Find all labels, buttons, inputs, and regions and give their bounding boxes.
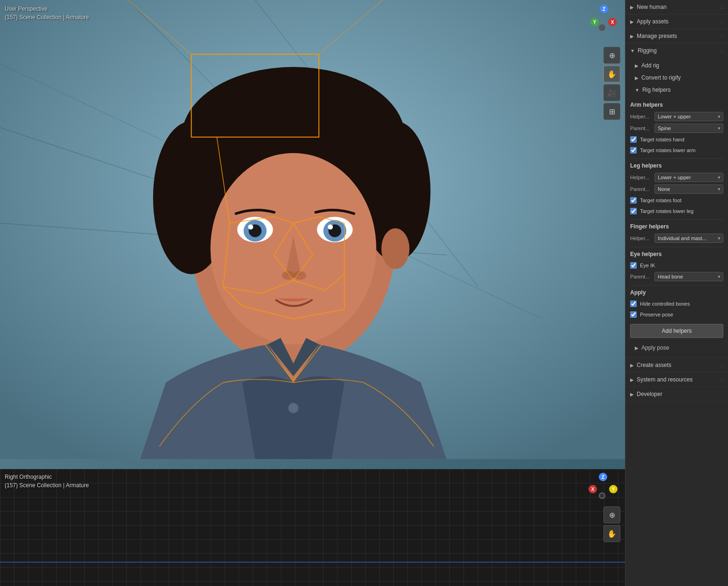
hand-tool[interactable]: ✋ [603, 66, 620, 82]
gizmo-x-axis[interactable]: X [608, 18, 617, 26]
rig-helpers-header[interactable]: ▼ Rig helpers [625, 84, 728, 96]
rigging-label: Rigging [638, 47, 657, 54]
finger-helper-select[interactable]: Individual and mast... [654, 234, 723, 243]
finger-helper-select-wrapper: Individual and mast... [654, 234, 723, 243]
arm-parent-select[interactable]: Spine [654, 124, 723, 133]
new-human-header[interactable]: ▶ New human ::: [625, 0, 728, 14]
convert-rigify-label: Convert to rigify [641, 74, 681, 81]
arm-helper-select[interactable]: Lower + upper [654, 112, 723, 121]
convert-rigify-header[interactable]: ▶ Convert to rigify [625, 72, 728, 84]
system-resources-header[interactable]: ▶ System and resources ::: [625, 373, 728, 387]
developer-label: Developer [637, 391, 662, 397]
leg-target-foot-label: Target rotates foot [640, 198, 682, 203]
create-assets-header[interactable]: ▶ Create assets ::: [625, 358, 728, 372]
arm-helpers-title: Arm helpers [630, 102, 723, 108]
svg-point-22 [282, 271, 294, 280]
grid-tool[interactable]: ⊞ [603, 103, 620, 120]
character-viewport [0, 0, 625, 459]
arm-helper-label: Helper... [630, 114, 654, 119]
eye-parent-select-wrapper: Head bone [654, 272, 723, 281]
viewport-bottom[interactable]: Right Orthographic (157) Scene Collectio… [0, 469, 625, 586]
developer-header[interactable]: ▶ Developer [625, 387, 728, 401]
eye-ik-label: Eye IK [640, 263, 655, 268]
arm-target-lower-arm-checkbox[interactable] [630, 147, 637, 154]
apply-assets-header[interactable]: ▶ Apply assets ::: [625, 15, 728, 29]
viewport-label-bottom: Right Orthographic (157) Scene Collectio… [5, 473, 89, 490]
gizmo-z-axis[interactable]: Z [600, 5, 608, 13]
finger-helpers-title: Finger helpers [630, 223, 723, 230]
eye-parent-select[interactable]: Head bone [654, 272, 723, 281]
arm-checkbox2-row: Target rotates lower arm [630, 146, 723, 154]
create-assets-label: Create assets [637, 362, 671, 368]
system-resources-arrow: ▶ [630, 377, 634, 382]
grid-background [0, 469, 625, 586]
add-helpers-button[interactable]: Add helpers [630, 324, 723, 338]
eye-ik-checkbox[interactable] [630, 262, 637, 269]
right-panel: ▶ New human ::: ▶ Apply assets ::: ▶ Man… [625, 0, 728, 586]
arm-target-hand-checkbox[interactable] [630, 136, 637, 143]
section-apply-assets: ▶ Apply assets ::: [625, 15, 728, 29]
section-rigging: ▼ Rigging ::: ▶ Add rig ▶ Convert to rig… [625, 44, 728, 358]
hide-controlled-bones-checkbox[interactable] [630, 300, 637, 307]
leg-helpers-title: Leg helpers [630, 162, 723, 169]
add-rig-label: Add rig [641, 62, 659, 69]
arm-parent-select-wrapper: Spine [654, 124, 723, 133]
rigging-header[interactable]: ▼ Rigging ::: [625, 44, 728, 58]
gizmo-y-axis[interactable]: Y [590, 18, 599, 26]
section-developer: ▶ Developer [625, 387, 728, 402]
gizmo-bottom-dot [599, 492, 605, 499]
manage-presets-drag: ::: [720, 34, 723, 39]
apply-pose-row[interactable]: ▶ Apply pose [625, 342, 728, 354]
manage-presets-header[interactable]: ▶ Manage presets ::: [625, 29, 728, 43]
leg-helper-select[interactable]: Lower + upper [654, 173, 723, 182]
section-create-assets: ▶ Create assets ::: [625, 358, 728, 373]
svg-point-24 [382, 228, 410, 269]
leg-parent-select-wrapper: None [654, 184, 723, 194]
gizmo-bottom-z-axis[interactable]: Z [599, 473, 607, 481]
arm-helper-select-wrapper: Lower + upper [654, 112, 723, 121]
svg-point-21 [328, 225, 333, 230]
leg-parent-label: Parent... [630, 186, 654, 192]
new-human-label: New human [637, 4, 667, 10]
bottom-hand-tool[interactable]: ✋ [603, 525, 620, 542]
viewport-label-top: User Perspective (157) Scene Collection … [5, 5, 89, 22]
leg-parent-select[interactable]: None [654, 184, 723, 194]
gizmo-bottom-x-axis[interactable]: X [588, 485, 597, 493]
developer-arrow: ▶ [630, 392, 634, 397]
preserve-pose-checkbox[interactable] [630, 311, 637, 318]
apply-assets-drag: ::: [720, 19, 723, 24]
apply-assets-arrow: ▶ [630, 19, 634, 24]
apply-pose-label: Apply pose [641, 344, 669, 351]
eye-parent-row: Parent... Head bone [630, 272, 723, 281]
leg-target-foot-checkbox[interactable] [630, 197, 637, 204]
apply-assets-label: Apply assets [637, 18, 669, 25]
create-assets-drag: ::: [720, 363, 723, 368]
camera-tool[interactable]: 🎥 [603, 84, 620, 101]
create-assets-arrow: ▶ [630, 363, 634, 368]
gizmo-bottom-y-axis[interactable]: Y [609, 485, 618, 493]
viewport-gizmo-bottom[interactable]: Z X Y [583, 473, 620, 505]
system-resources-drag: ::: [720, 377, 723, 382]
bottom-zoom-tool[interactable]: ⊕ [603, 506, 620, 523]
preserve-pose-row: Preserve pose [630, 310, 723, 319]
svg-rect-12 [178, 127, 217, 242]
section-manage-presets: ▶ Manage presets ::: [625, 29, 728, 44]
add-rig-header[interactable]: ▶ Add rig [625, 59, 728, 72]
gizmo-dot [599, 24, 605, 31]
section-system-resources: ▶ System and resources ::: [625, 373, 728, 387]
apply-pose-arrow: ▶ [635, 345, 639, 351]
add-rig-arrow: ▶ [635, 63, 639, 68]
eye-helpers-title: Eye helpers [630, 251, 723, 257]
hide-controlled-bones-label: Hide controlled bones [640, 301, 690, 307]
finger-helper-label: Helper... [630, 235, 654, 241]
system-resources-label: System and resources [637, 376, 692, 383]
rig-helpers-content: Arm helpers Helper... Lower + upper Pare… [625, 96, 728, 342]
leg-target-lower-leg-checkbox[interactable] [630, 208, 637, 214]
rigging-drag: ::: [720, 48, 723, 53]
zoom-tool[interactable]: ⊕ [603, 47, 620, 64]
manage-presets-arrow: ▶ [630, 34, 634, 39]
arm-checkbox1-row: Target rotates hand [630, 135, 723, 144]
leg-helper-row: Helper... Lower + upper [630, 173, 723, 182]
viewport-top[interactable]: User Perspective (157) Scene Collection … [0, 0, 625, 469]
viewport-gizmo-top[interactable]: Z Y X [583, 5, 620, 42]
